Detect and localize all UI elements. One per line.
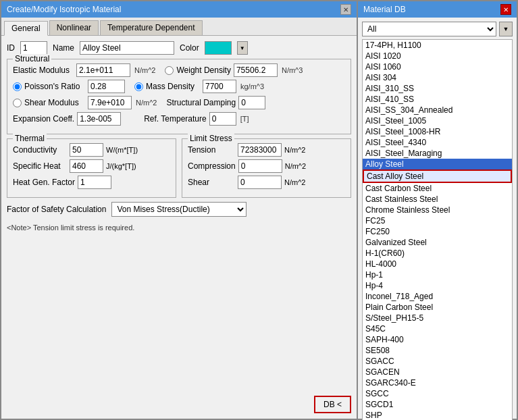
elastic-modulus-unit: N/m^2: [134, 66, 155, 74]
list-item[interactable]: AISI_SS_304_Annealed: [363, 105, 512, 115]
shear-label: Shear: [188, 178, 235, 187]
compression-unit: N/m^2: [285, 162, 306, 170]
right-titlebar: Material DB ✕: [358, 1, 517, 18]
structural-damping-label: Structural Damping: [166, 98, 236, 107]
id-input[interactable]: [20, 41, 47, 55]
shear-modulus-radio[interactable]: [13, 99, 22, 107]
elastic-modulus-input[interactable]: [76, 63, 130, 77]
ref-temp-unit: [T]: [240, 115, 249, 123]
list-item[interactable]: Hp-4: [363, 280, 512, 291]
list-item[interactable]: AISI 1060: [363, 61, 512, 72]
tab-bar: General Nonlinear Temperature Dependent: [1, 18, 357, 36]
list-item[interactable]: SGACEN: [363, 367, 512, 377]
list-item[interactable]: SGARC340-E: [363, 377, 512, 388]
heat-gen-row: Heat Gen. Factor: [13, 176, 170, 189]
elastic-modulus-label: Elastic Modulus: [13, 65, 74, 75]
list-item[interactable]: SGCC: [363, 388, 512, 399]
tab-general[interactable]: General: [4, 21, 48, 36]
list-item[interactable]: SHP: [363, 410, 512, 420]
shear-input[interactable]: [238, 176, 282, 189]
conductivity-label: Conductivity: [13, 145, 67, 155]
list-item[interactable]: Cast Carbon Steel: [363, 183, 512, 194]
material-list[interactable]: 17-4PH, H1100AISI 1020AISI 1060AISI 304A…: [362, 39, 513, 420]
list-item[interactable]: AISI_Steel_Maraging: [363, 148, 512, 159]
expansion-coeff-label: Expansion Coeff.: [13, 114, 74, 124]
list-item[interactable]: AISI_Steel_4340: [363, 137, 512, 148]
shear-damping-row: Shear Modulus N/m^2 Structural Damping: [13, 96, 345, 109]
factor-of-safety-label: Factor of Safety Calculation: [7, 205, 106, 214]
list-item[interactable]: FC250: [363, 226, 512, 237]
list-item[interactable]: Cast Alloy Steel: [363, 169, 512, 183]
list-item[interactable]: SGCD1: [363, 399, 512, 410]
ref-temp-input[interactable]: [209, 112, 236, 126]
thermal-label: Thermal: [13, 134, 47, 143]
list-item[interactable]: SGACC: [363, 356, 512, 367]
tab-temperature-dependent[interactable]: Temperature Dependent: [100, 20, 202, 35]
list-item[interactable]: SAPH-400: [363, 334, 512, 345]
weight-density-unit: N/m^3: [282, 66, 303, 74]
name-input[interactable]: [80, 41, 174, 55]
list-item[interactable]: AISI 304: [363, 72, 512, 83]
shear-modulus-input[interactable]: [88, 96, 132, 109]
specific-heat-input[interactable]: [70, 159, 103, 173]
tension-input[interactable]: [238, 143, 282, 157]
list-item[interactable]: AISI_410_SS: [363, 94, 512, 105]
shear-modulus-label: Shear Modulus: [24, 98, 85, 107]
conductivity-row: Conductivity W/(m*[T]): [13, 143, 170, 157]
list-item[interactable]: AISI_Steel_1005: [363, 115, 512, 126]
right-title: Material DB: [363, 5, 406, 14]
note-text: <Note> Tension limit stress is required.: [7, 224, 351, 232]
tab-nonlinear[interactable]: Nonlinear: [49, 20, 99, 35]
mass-density-unit: kg/m^3: [240, 82, 264, 90]
shear-unit: N/m^2: [284, 178, 305, 186]
structural-damping-input[interactable]: [238, 96, 265, 109]
weight-density-radio[interactable]: [165, 66, 174, 75]
db-button-row: DB <: [7, 390, 351, 413]
mass-density-radio[interactable]: [134, 82, 143, 91]
conductivity-unit: W/(m*[T]): [106, 146, 138, 154]
list-item[interactable]: AISI_Steel_1008-HR: [363, 126, 512, 137]
list-item[interactable]: AISI_310_SS: [363, 83, 512, 94]
list-item[interactable]: AISI 1020: [363, 51, 512, 61]
db-button[interactable]: DB <: [314, 396, 351, 413]
list-item[interactable]: Chrome Stainless Steel: [363, 205, 512, 215]
left-panel-content: ID Name Color ▼ Structural Elastic Modul…: [1, 36, 357, 419]
thermal-group: Thermal Conductivity W/(m*[T]) Specific …: [7, 138, 176, 198]
shear-modulus-unit: N/m^2: [136, 99, 157, 107]
factor-of-safety-select[interactable]: Von Mises Stress(Ductile): [111, 202, 247, 217]
conductivity-input[interactable]: [70, 143, 103, 157]
list-item[interactable]: Inconel_718_Aged: [363, 291, 512, 302]
color-swatch[interactable]: [205, 41, 232, 55]
poissons-ratio-input[interactable]: [88, 80, 125, 93]
left-title: Create/Modify Isotropic Material: [7, 5, 121, 14]
material-filter-select[interactable]: All: [362, 22, 496, 36]
tension-unit: N/m^2: [284, 146, 305, 154]
list-item[interactable]: Galvanized Steel: [363, 237, 512, 248]
list-item[interactable]: HL-4000: [363, 259, 512, 269]
left-close-button[interactable]: ✕: [340, 4, 351, 15]
filter-dropdown-button[interactable]: ▼: [499, 22, 513, 36]
limit-stress-label: Limit Stress: [188, 134, 234, 143]
compression-input[interactable]: [238, 159, 282, 173]
list-item[interactable]: Cast Stainless Steel: [363, 194, 512, 205]
list-item[interactable]: Alloy Steel: [363, 159, 512, 169]
weight-density-input[interactable]: [234, 63, 278, 77]
mass-density-input[interactable]: [203, 80, 236, 93]
poissons-ratio-radio[interactable]: [13, 82, 22, 91]
right-close-button[interactable]: ✕: [500, 4, 511, 15]
list-item[interactable]: FC25: [363, 215, 512, 226]
list-item[interactable]: SE508: [363, 345, 512, 356]
list-item[interactable]: S45C: [363, 323, 512, 334]
list-item[interactable]: Hp-1: [363, 269, 512, 280]
list-item[interactable]: 17-4PH, H1100: [363, 40, 512, 51]
list-item[interactable]: H-1(CR60): [363, 248, 512, 259]
expansion-coeff-input[interactable]: [77, 112, 121, 126]
color-dropdown-button[interactable]: ▼: [237, 41, 248, 55]
shear-row: Shear N/m^2: [188, 176, 345, 189]
filter-row: All ▼: [362, 22, 513, 36]
list-item[interactable]: Plain Carbon Steel: [363, 302, 512, 313]
tension-label: Tension: [188, 145, 235, 155]
heat-gen-input[interactable]: [78, 176, 111, 189]
list-item[interactable]: S/Steel_PH15-5: [363, 313, 512, 323]
id-name-row: ID Name Color ▼: [7, 41, 351, 55]
